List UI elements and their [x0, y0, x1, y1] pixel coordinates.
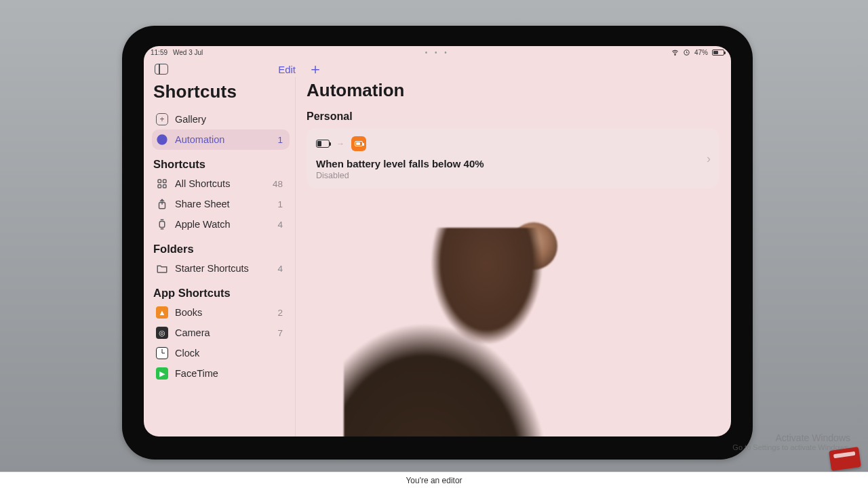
sidebar-section-shortcuts: Shortcuts — [152, 150, 290, 174]
ipad-screen: 11:59 Wed 3 Jul • • • 47% Edit ＋ — [144, 46, 731, 436]
sidebar-item-label: Gallery — [175, 114, 206, 125]
sidebar-item-label: Clock — [175, 348, 199, 359]
sidebar-item-facetime[interactable]: ▶ FaceTime — [152, 363, 290, 384]
grid-icon — [156, 178, 168, 190]
arrow-right-icon: → — [336, 139, 344, 148]
multitask-dots-icon[interactable]: • • • — [203, 49, 671, 56]
svg-rect-6 — [163, 185, 167, 188]
sidebar-item-apple-watch[interactable]: Apple Watch 4 — [152, 214, 290, 235]
page-title: Automation — [307, 79, 719, 101]
sidebar-item-label: All Shortcuts — [175, 178, 230, 189]
clock-app-icon — [156, 347, 168, 359]
status-battery-pct: 47% — [694, 49, 708, 56]
battery-icon — [712, 49, 724, 56]
sidebar-item-starter-shortcuts[interactable]: Starter Shortcuts 4 — [152, 258, 290, 279]
main-pane: Automation Personal → When battery level… — [296, 77, 731, 436]
editor-status-bar: You're an editor — [0, 472, 868, 488]
status-time: 11:59 — [151, 49, 167, 56]
status-bar: 11:59 Wed 3 Jul • • • 47% — [144, 46, 731, 56]
add-button[interactable]: ＋ — [308, 64, 323, 74]
automation-title: When battery level falls below 40% — [316, 158, 709, 169]
sidebar-item-clock[interactable]: Clock — [152, 343, 290, 363]
automation-status: Disabled — [316, 169, 709, 180]
sidebar-item-count: 2 — [277, 308, 283, 318]
watch-icon — [156, 218, 168, 230]
sidebar-item-label: Share Sheet — [175, 199, 230, 209]
sidebar-item-label: Automation — [175, 134, 224, 145]
status-right: 47% — [671, 49, 724, 56]
svg-rect-5 — [158, 185, 161, 188]
sidebar-item-camera[interactable]: ◎ Camera 7 — [152, 323, 290, 343]
sidebar-item-label: Camera — [175, 327, 210, 338]
automation-icons-row: → — [316, 136, 709, 151]
battery-trigger-icon — [316, 140, 330, 148]
sidebar-item-count: 4 — [277, 264, 283, 274]
share-icon — [156, 198, 168, 210]
sidebar-section-folders: Folders — [152, 235, 290, 258]
sidebar-item-label: Apple Watch — [175, 219, 231, 230]
sidebar-item-label: Starter Shortcuts — [175, 263, 249, 274]
red-object-corner — [829, 447, 861, 471]
sidebar-title: Shortcuts — [152, 80, 290, 109]
sidebar-item-count: 4 — [277, 220, 283, 230]
toolbar: Edit ＋ — [144, 56, 731, 77]
sidebar-item-automation[interactable]: Automation 1 — [152, 129, 290, 150]
ipad-bezel: 11:59 Wed 3 Jul • • • 47% Edit ＋ — [122, 26, 753, 460]
folder-icon — [156, 262, 168, 274]
facetime-app-icon: ▶ — [156, 367, 168, 380]
sidebar-item-books[interactable]: ▲ Books 2 — [152, 302, 290, 323]
orientation-lock-icon — [683, 49, 690, 56]
photo-backdrop: 11:59 Wed 3 Jul • • • 47% Edit ＋ — [0, 0, 868, 488]
automation-row[interactable]: → When battery level falls below 40% Dis… — [307, 128, 719, 188]
editor-status-text: You're an editor — [406, 476, 462, 485]
automation-icon — [156, 134, 168, 146]
sidebar-item-count: 1 — [277, 199, 283, 209]
sidebar-toggle-icon[interactable] — [155, 64, 168, 75]
sidebar-item-all-shortcuts[interactable]: All Shortcuts 48 — [152, 174, 290, 194]
edit-button[interactable]: Edit — [278, 64, 296, 75]
sidebar-item-count: 48 — [273, 179, 283, 189]
section-heading-personal: Personal — [307, 101, 719, 128]
sidebar-section-app-shortcuts: App Shortcuts — [152, 279, 290, 302]
sidebar-item-count: 1 — [277, 135, 283, 145]
chevron-right-icon: › — [707, 151, 711, 165]
low-power-action-icon — [351, 136, 366, 151]
home-indicator[interactable] — [380, 430, 495, 432]
sidebar-item-label: FaceTime — [175, 368, 218, 379]
books-app-icon: ▲ — [156, 306, 168, 319]
sidebar-item-gallery[interactable]: Gallery — [152, 109, 290, 129]
svg-point-0 — [675, 54, 675, 55]
sidebar-item-count: 7 — [277, 328, 283, 338]
sidebar-item-label: Books — [175, 307, 202, 318]
gallery-icon — [156, 113, 168, 125]
camera-app-icon: ◎ — [156, 327, 168, 339]
svg-rect-3 — [158, 180, 161, 183]
sidebar-item-share-sheet[interactable]: Share Sheet 1 — [152, 194, 290, 214]
status-date: Wed 3 Jul — [173, 49, 203, 56]
svg-rect-8 — [159, 222, 165, 228]
svg-rect-4 — [163, 180, 167, 183]
wifi-icon — [671, 49, 679, 56]
sidebar: Shortcuts Gallery Automation 1 Shortcuts — [144, 77, 296, 436]
